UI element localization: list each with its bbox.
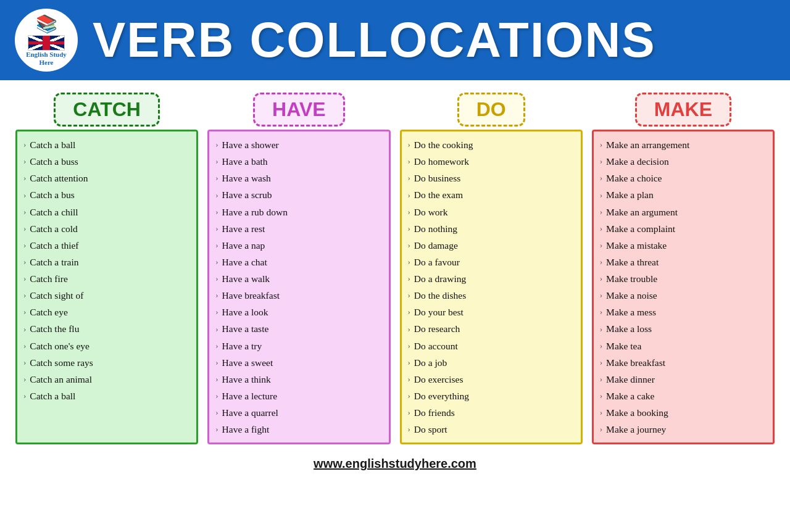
list-item-text: Have a think (222, 371, 271, 388)
logo: 📚 English Study Here (12, 6, 80, 74)
list-item-text: Do nothing (414, 220, 457, 237)
list-item: ›Make a booking (600, 404, 767, 421)
list-item-text: Do research (414, 320, 460, 337)
list-item: ›Catch a ball (23, 388, 190, 404)
column-headers: CATCH HAVE DO MAKE (15, 93, 775, 127)
bullet-icon: › (215, 205, 218, 219)
bullet-icon: › (23, 171, 26, 185)
list-item: ›Have a wash (215, 170, 382, 186)
list-item-text: Make an argument (606, 204, 678, 220)
bullet-icon: › (215, 222, 218, 236)
list-item: ›Have a look (215, 304, 382, 320)
list-item-text: Catch a chill (30, 204, 78, 220)
list-item: ›Make tea (600, 338, 767, 354)
bullet-icon: › (600, 339, 602, 353)
list-item-text: Catch a train (30, 254, 78, 270)
list-item: ›Catch one's eye (23, 338, 190, 354)
bullet-icon: › (600, 138, 602, 152)
list-item: ›Make a journey (600, 421, 767, 438)
bullet-icon: › (600, 355, 602, 370)
list-item: ›Do a drawing (408, 270, 575, 287)
bullet-icon: › (23, 238, 26, 252)
bullet-icon: › (23, 322, 26, 336)
footer-url: www.englishstudyhere.com (314, 457, 476, 470)
header: 📚 English Study Here VERB COLLOCATIONS (0, 0, 790, 80)
bullet-icon: › (215, 171, 218, 185)
list-item: ›Have a fight (215, 421, 382, 438)
bullet-icon: › (408, 171, 410, 185)
list-item: ›Catch a train (23, 254, 190, 270)
do-header-cell: DO (400, 93, 583, 127)
list-item: ›Do nothing (408, 220, 575, 237)
list-item-text: Catch attention (30, 170, 88, 186)
list-item-text: Catch some rays (30, 354, 93, 371)
list-item-text: Have a fight (222, 421, 270, 438)
list-item-text: Make a mess (606, 304, 656, 320)
list-item: ›Catch eye (23, 304, 190, 320)
catch-header-cell: CATCH (15, 93, 198, 127)
list-item: ›Do work (408, 204, 575, 220)
bullet-icon: › (23, 188, 26, 202)
list-item-text: Do the cooking (414, 136, 473, 153)
list-item-text: Do a job (414, 354, 447, 371)
list-item: ›Do damage (408, 237, 575, 254)
list-item-text: Make an arrangement (606, 136, 689, 153)
list-item: ›Have a chat (215, 254, 382, 270)
list-item-text: Make breakfast (606, 354, 665, 371)
list-item-text: Make dinner (606, 371, 655, 388)
bullet-icon: › (408, 138, 410, 152)
bullet-icon: › (215, 154, 218, 168)
list-item-text: Catch fire (30, 270, 68, 287)
catch-label: CATCH (54, 93, 160, 127)
list-item-text: Have a rest (222, 220, 265, 237)
list-item-text: Catch sight of (30, 287, 83, 304)
list-item: ›Do business (408, 170, 575, 186)
bullet-icon: › (408, 405, 410, 420)
have-list: ›Have a shower›Have a bath›Have a wash›H… (207, 130, 390, 444)
list-item-text: Catch an animal (30, 371, 92, 388)
list-item-text: Make a noise (606, 287, 657, 304)
list-item: ›Do sport (408, 421, 575, 438)
list-item-text: Do friends (414, 404, 455, 421)
bullet-icon: › (408, 389, 410, 403)
list-item-text: Make a cake (606, 388, 654, 404)
bullet-icon: › (215, 188, 218, 202)
list-item: ›Make dinner (600, 371, 767, 388)
column-lists: ›Catch a ball›Catch a buss›Catch attenti… (15, 130, 775, 444)
list-item: ›Have a rest (215, 220, 382, 237)
list-item: ›Do the cooking (408, 136, 575, 153)
list-item-text: Do the exam (414, 186, 463, 203)
list-item-text: Make a threat (606, 254, 659, 270)
list-item-text: Have a taste (222, 320, 269, 337)
list-item: ›Have a think (215, 371, 382, 388)
bullet-icon: › (215, 272, 218, 286)
list-item: ›Make a loss (600, 320, 767, 337)
bullet-icon: › (408, 422, 410, 436)
have-label: HAVE (253, 93, 345, 127)
bullet-icon: › (600, 171, 602, 185)
list-item-text: Catch a cold (30, 220, 77, 237)
logo-icon: 📚 (36, 14, 57, 34)
list-item: ›Have a scrub (215, 186, 382, 203)
bullet-icon: › (600, 288, 602, 302)
bullet-icon: › (215, 405, 218, 420)
list-item-text: Have a walk (222, 270, 270, 287)
bullet-icon: › (215, 288, 218, 302)
list-item: ›Make a decision (600, 153, 767, 170)
list-item: ›Have breakfast (215, 287, 382, 304)
list-item: ›Catch the flu (23, 320, 190, 337)
bullet-icon: › (23, 138, 26, 152)
list-item: ›Make trouble (600, 270, 767, 287)
list-item: ›Make a threat (600, 254, 767, 270)
bullet-icon: › (23, 205, 26, 219)
list-item: ›Make a plan (600, 186, 767, 203)
list-item-text: Do homework (414, 153, 469, 170)
list-item: ›Have a taste (215, 320, 382, 337)
list-item-text: Do sport (414, 421, 447, 438)
do-label: DO (457, 93, 525, 127)
bullet-icon: › (600, 188, 602, 202)
catch-list: ›Catch a ball›Catch a buss›Catch attenti… (15, 130, 198, 444)
bullet-icon: › (408, 288, 410, 302)
bullet-icon: › (408, 339, 410, 353)
list-item-text: Have breakfast (222, 287, 280, 304)
